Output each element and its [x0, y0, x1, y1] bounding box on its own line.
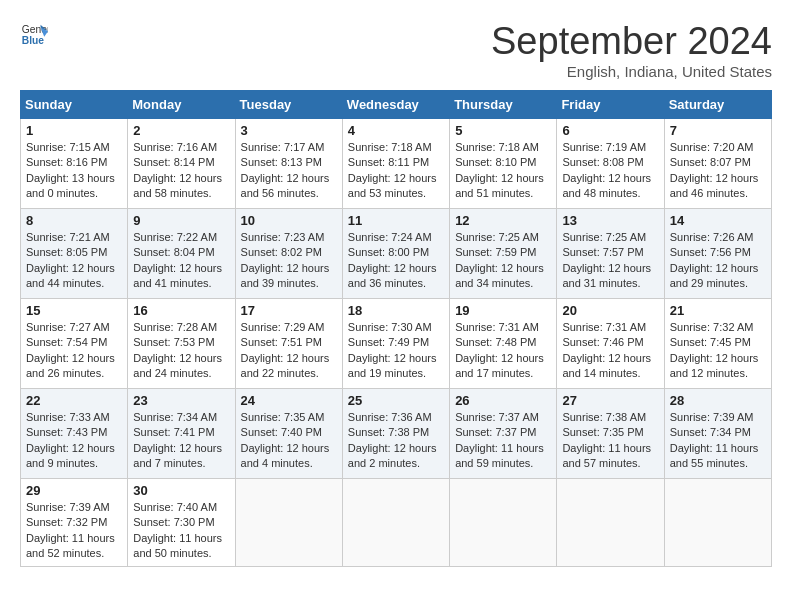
day-info: Sunrise: 7:16 AMSunset: 8:14 PMDaylight:…	[133, 140, 229, 202]
day-number: 27	[562, 393, 658, 408]
weekday-header-saturday: Saturday	[664, 91, 771, 119]
day-number: 5	[455, 123, 551, 138]
day-info: Sunrise: 7:23 AMSunset: 8:02 PMDaylight:…	[241, 230, 337, 292]
day-number: 9	[133, 213, 229, 228]
day-number: 8	[26, 213, 122, 228]
calendar-cell: 28Sunrise: 7:39 AMSunset: 7:34 PMDayligh…	[664, 389, 771, 479]
day-info: Sunrise: 7:39 AMSunset: 7:32 PMDaylight:…	[26, 500, 122, 562]
day-number: 13	[562, 213, 658, 228]
day-number: 16	[133, 303, 229, 318]
day-info: Sunrise: 7:22 AMSunset: 8:04 PMDaylight:…	[133, 230, 229, 292]
day-number: 7	[670, 123, 766, 138]
day-info: Sunrise: 7:35 AMSunset: 7:40 PMDaylight:…	[241, 410, 337, 472]
day-number: 28	[670, 393, 766, 408]
day-info: Sunrise: 7:31 AMSunset: 7:48 PMDaylight:…	[455, 320, 551, 382]
weekday-header-row: SundayMondayTuesdayWednesdayThursdayFrid…	[21, 91, 772, 119]
calendar-cell: 10Sunrise: 7:23 AMSunset: 8:02 PMDayligh…	[235, 209, 342, 299]
weekday-header-wednesday: Wednesday	[342, 91, 449, 119]
location-subtitle: English, Indiana, United States	[491, 63, 772, 80]
day-number: 17	[241, 303, 337, 318]
calendar-cell	[557, 479, 664, 567]
day-info: Sunrise: 7:31 AMSunset: 7:46 PMDaylight:…	[562, 320, 658, 382]
calendar-cell	[235, 479, 342, 567]
calendar-cell: 24Sunrise: 7:35 AMSunset: 7:40 PMDayligh…	[235, 389, 342, 479]
day-info: Sunrise: 7:17 AMSunset: 8:13 PMDaylight:…	[241, 140, 337, 202]
day-number: 14	[670, 213, 766, 228]
calendar-cell: 7Sunrise: 7:20 AMSunset: 8:07 PMDaylight…	[664, 119, 771, 209]
day-number: 2	[133, 123, 229, 138]
day-number: 12	[455, 213, 551, 228]
day-info: Sunrise: 7:40 AMSunset: 7:30 PMDaylight:…	[133, 500, 229, 562]
day-info: Sunrise: 7:18 AMSunset: 8:10 PMDaylight:…	[455, 140, 551, 202]
calendar-cell: 25Sunrise: 7:36 AMSunset: 7:38 PMDayligh…	[342, 389, 449, 479]
calendar-week-5: 29Sunrise: 7:39 AMSunset: 7:32 PMDayligh…	[21, 479, 772, 567]
day-info: Sunrise: 7:32 AMSunset: 7:45 PMDaylight:…	[670, 320, 766, 382]
day-number: 19	[455, 303, 551, 318]
calendar-cell: 27Sunrise: 7:38 AMSunset: 7:35 PMDayligh…	[557, 389, 664, 479]
day-info: Sunrise: 7:19 AMSunset: 8:08 PMDaylight:…	[562, 140, 658, 202]
day-number: 1	[26, 123, 122, 138]
day-info: Sunrise: 7:24 AMSunset: 8:00 PMDaylight:…	[348, 230, 444, 292]
calendar-cell: 2Sunrise: 7:16 AMSunset: 8:14 PMDaylight…	[128, 119, 235, 209]
page-header: General Blue September 2024 English, Ind…	[20, 20, 772, 80]
day-number: 15	[26, 303, 122, 318]
day-number: 30	[133, 483, 229, 498]
day-info: Sunrise: 7:38 AMSunset: 7:35 PMDaylight:…	[562, 410, 658, 472]
day-number: 4	[348, 123, 444, 138]
day-number: 25	[348, 393, 444, 408]
day-info: Sunrise: 7:21 AMSunset: 8:05 PMDaylight:…	[26, 230, 122, 292]
calendar-cell	[450, 479, 557, 567]
calendar-cell: 20Sunrise: 7:31 AMSunset: 7:46 PMDayligh…	[557, 299, 664, 389]
day-info: Sunrise: 7:30 AMSunset: 7:49 PMDaylight:…	[348, 320, 444, 382]
calendar-cell: 9Sunrise: 7:22 AMSunset: 8:04 PMDaylight…	[128, 209, 235, 299]
day-number: 26	[455, 393, 551, 408]
calendar-cell: 8Sunrise: 7:21 AMSunset: 8:05 PMDaylight…	[21, 209, 128, 299]
calendar-cell	[664, 479, 771, 567]
day-info: Sunrise: 7:25 AMSunset: 7:59 PMDaylight:…	[455, 230, 551, 292]
calendar-cell: 3Sunrise: 7:17 AMSunset: 8:13 PMDaylight…	[235, 119, 342, 209]
day-info: Sunrise: 7:25 AMSunset: 7:57 PMDaylight:…	[562, 230, 658, 292]
day-number: 24	[241, 393, 337, 408]
weekday-header-monday: Monday	[128, 91, 235, 119]
day-number: 21	[670, 303, 766, 318]
day-info: Sunrise: 7:39 AMSunset: 7:34 PMDaylight:…	[670, 410, 766, 472]
calendar-cell	[342, 479, 449, 567]
day-info: Sunrise: 7:15 AMSunset: 8:16 PMDaylight:…	[26, 140, 122, 202]
calendar-cell: 1Sunrise: 7:15 AMSunset: 8:16 PMDaylight…	[21, 119, 128, 209]
calendar-table: SundayMondayTuesdayWednesdayThursdayFrid…	[20, 90, 772, 567]
day-number: 23	[133, 393, 229, 408]
day-info: Sunrise: 7:29 AMSunset: 7:51 PMDaylight:…	[241, 320, 337, 382]
calendar-week-2: 8Sunrise: 7:21 AMSunset: 8:05 PMDaylight…	[21, 209, 772, 299]
day-info: Sunrise: 7:28 AMSunset: 7:53 PMDaylight:…	[133, 320, 229, 382]
day-number: 22	[26, 393, 122, 408]
calendar-cell: 19Sunrise: 7:31 AMSunset: 7:48 PMDayligh…	[450, 299, 557, 389]
month-title: September 2024	[491, 20, 772, 63]
calendar-cell: 11Sunrise: 7:24 AMSunset: 8:00 PMDayligh…	[342, 209, 449, 299]
calendar-cell: 17Sunrise: 7:29 AMSunset: 7:51 PMDayligh…	[235, 299, 342, 389]
logo-icon: General Blue	[20, 20, 48, 48]
day-number: 11	[348, 213, 444, 228]
day-number: 3	[241, 123, 337, 138]
day-info: Sunrise: 7:37 AMSunset: 7:37 PMDaylight:…	[455, 410, 551, 472]
day-number: 10	[241, 213, 337, 228]
day-info: Sunrise: 7:33 AMSunset: 7:43 PMDaylight:…	[26, 410, 122, 472]
day-number: 6	[562, 123, 658, 138]
calendar-cell: 5Sunrise: 7:18 AMSunset: 8:10 PMDaylight…	[450, 119, 557, 209]
calendar-cell: 22Sunrise: 7:33 AMSunset: 7:43 PMDayligh…	[21, 389, 128, 479]
calendar-cell: 29Sunrise: 7:39 AMSunset: 7:32 PMDayligh…	[21, 479, 128, 567]
day-info: Sunrise: 7:20 AMSunset: 8:07 PMDaylight:…	[670, 140, 766, 202]
weekday-header-friday: Friday	[557, 91, 664, 119]
svg-text:Blue: Blue	[22, 35, 45, 46]
day-info: Sunrise: 7:18 AMSunset: 8:11 PMDaylight:…	[348, 140, 444, 202]
logo: General Blue	[20, 20, 48, 48]
weekday-header-tuesday: Tuesday	[235, 91, 342, 119]
calendar-cell: 12Sunrise: 7:25 AMSunset: 7:59 PMDayligh…	[450, 209, 557, 299]
calendar-cell: 16Sunrise: 7:28 AMSunset: 7:53 PMDayligh…	[128, 299, 235, 389]
calendar-cell: 18Sunrise: 7:30 AMSunset: 7:49 PMDayligh…	[342, 299, 449, 389]
calendar-cell: 13Sunrise: 7:25 AMSunset: 7:57 PMDayligh…	[557, 209, 664, 299]
calendar-cell: 4Sunrise: 7:18 AMSunset: 8:11 PMDaylight…	[342, 119, 449, 209]
calendar-cell: 30Sunrise: 7:40 AMSunset: 7:30 PMDayligh…	[128, 479, 235, 567]
calendar-cell: 26Sunrise: 7:37 AMSunset: 7:37 PMDayligh…	[450, 389, 557, 479]
day-number: 20	[562, 303, 658, 318]
day-info: Sunrise: 7:27 AMSunset: 7:54 PMDaylight:…	[26, 320, 122, 382]
